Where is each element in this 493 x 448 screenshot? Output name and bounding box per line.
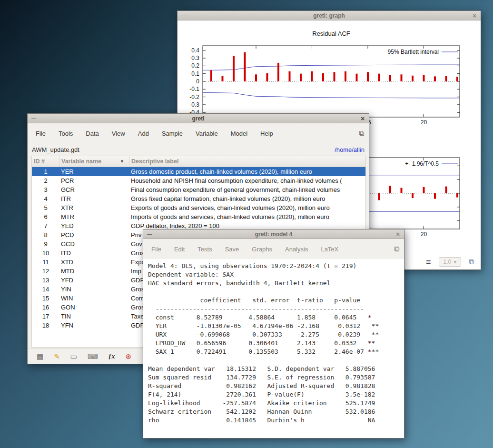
dataset-filename: AWM_update.gdt bbox=[32, 146, 79, 153]
cell-id: 10 bbox=[32, 249, 59, 257]
graph-titlebar[interactable]: — gretl: graph × bbox=[177, 11, 481, 20]
cell-label: Gross fixed capital formation, chain-lin… bbox=[129, 195, 365, 202]
minimize-icon[interactable]: — bbox=[180, 11, 187, 20]
zoom-dropdown[interactable]: 1.0 ▾ bbox=[439, 257, 462, 267]
model-output-text: Model 4: OLS, using observations 1970:2-… bbox=[143, 259, 404, 438]
table-row[interactable]: 6MTRImports of goods and services, chain… bbox=[32, 212, 365, 221]
svg-text:-0.2: -0.2 bbox=[189, 94, 199, 100]
table-row[interactable]: 2PCRHousehold and NPISH final consumptio… bbox=[32, 176, 365, 185]
windows-list-icon[interactable]: ⧉ bbox=[359, 129, 364, 138]
databases-icon[interactable]: ⊛ bbox=[126, 353, 132, 360]
close-icon[interactable]: × bbox=[394, 230, 402, 239]
minimize-icon[interactable]: — bbox=[30, 114, 38, 123]
cell-id: 15 bbox=[32, 295, 59, 302]
menu-file[interactable]: File bbox=[148, 244, 165, 255]
menu-edit[interactable]: Edit bbox=[171, 244, 188, 255]
menu-data[interactable]: Data bbox=[82, 128, 102, 139]
svg-text:Residual ACF: Residual ACF bbox=[312, 30, 350, 37]
cell-name: PCD bbox=[59, 231, 129, 239]
close-icon[interactable]: × bbox=[471, 11, 478, 20]
console-icon[interactable]: ▭ bbox=[70, 353, 77, 360]
workdir-link[interactable]: /home/allin bbox=[335, 146, 365, 153]
menu-graphs[interactable]: Graphs bbox=[248, 244, 276, 255]
menu-view[interactable]: View bbox=[108, 128, 128, 139]
menu-variable[interactable]: Variable bbox=[192, 128, 221, 139]
cell-name: YIN bbox=[59, 286, 129, 293]
cell-id: 1 bbox=[32, 168, 59, 175]
cell-name: YFN bbox=[59, 322, 129, 329]
cell-name: TIN bbox=[59, 313, 129, 320]
model-menubar: FileEditTestsSaveGraphsAnalysisLaTeX ⧉ bbox=[143, 239, 404, 259]
menu-tests[interactable]: Tests bbox=[194, 244, 215, 255]
close-icon[interactable]: × bbox=[359, 114, 366, 123]
cell-name: XTD bbox=[59, 259, 129, 266]
table-row[interactable]: 5XTRExports of goods and services, chain… bbox=[32, 203, 365, 212]
cell-name: YER bbox=[59, 168, 129, 175]
model-window: — gretl: model 4 × FileEditTestsSaveGrap… bbox=[143, 229, 404, 438]
cell-name: GCR bbox=[59, 186, 129, 193]
cell-id: 13 bbox=[32, 277, 59, 284]
graph-menu-icon[interactable]: ≡ bbox=[426, 257, 431, 267]
main-window-title: gretl bbox=[28, 115, 369, 122]
table-row[interactable]: 3GCRFinal consumption expenditure of gen… bbox=[32, 185, 365, 194]
menu-file[interactable]: File bbox=[32, 128, 49, 139]
model-window-title: gretl: model 4 bbox=[143, 231, 404, 238]
svg-text:0.4: 0.4 bbox=[191, 47, 199, 54]
cell-name: WIN bbox=[59, 295, 129, 302]
table-row[interactable]: 4ITRGross fixed capital formation, chain… bbox=[32, 194, 365, 203]
svg-text:0: 0 bbox=[196, 78, 199, 85]
model-titlebar[interactable]: — gretl: model 4 × bbox=[143, 229, 404, 239]
menu-model[interactable]: Model bbox=[227, 128, 251, 139]
cell-name: MTD bbox=[59, 268, 129, 275]
cell-id: 3 bbox=[32, 186, 59, 193]
dataset-line: AWM_update.gdt /home/allin bbox=[28, 143, 369, 156]
function-packages-icon[interactable]: ƒx bbox=[108, 353, 115, 360]
svg-text:0.1: 0.1 bbox=[191, 70, 199, 77]
windows-list-icon[interactable]: ⧉ bbox=[394, 245, 399, 253]
cell-id: 17 bbox=[32, 313, 59, 320]
session-view-icon[interactable]: ⌨ bbox=[88, 353, 98, 360]
menu-help[interactable]: Help bbox=[257, 128, 276, 139]
cell-id: 2 bbox=[32, 177, 59, 184]
cell-id: 18 bbox=[32, 322, 59, 329]
svg-text:-0.3: -0.3 bbox=[189, 101, 199, 108]
cell-label: GDP deflator, Index, 2020 = 100 bbox=[129, 222, 365, 229]
sort-desc-icon: ▼ bbox=[120, 159, 124, 164]
main-titlebar[interactable]: — gretl × bbox=[28, 114, 369, 123]
menu-latex[interactable]: LaTeX bbox=[317, 244, 342, 255]
main-menubar: FileToolsDataViewAddSampleVariableModelH… bbox=[28, 123, 369, 143]
chevron-down-icon: ▾ bbox=[454, 259, 456, 265]
cell-name: ITD bbox=[59, 249, 129, 257]
cell-id: 9 bbox=[32, 240, 59, 248]
menu-sample[interactable]: Sample bbox=[158, 128, 186, 139]
cell-name: ITR bbox=[59, 195, 129, 202]
header-variable-name[interactable]: Variable name ▼ bbox=[59, 156, 129, 167]
menu-analysis[interactable]: Analysis bbox=[282, 244, 311, 255]
cell-name: YFD bbox=[59, 277, 129, 284]
menu-tools[interactable]: Tools bbox=[55, 128, 76, 139]
table-header: ID # Variable name ▼ Descriptive label bbox=[32, 156, 365, 167]
header-variable-name-label: Variable name bbox=[61, 158, 101, 165]
header-descriptive-label[interactable]: Descriptive label bbox=[129, 156, 365, 167]
svg-text:0.2: 0.2 bbox=[191, 62, 199, 69]
cell-id: 16 bbox=[32, 304, 59, 311]
cell-id: 11 bbox=[32, 259, 59, 266]
cell-id: 5 bbox=[32, 204, 59, 211]
table-row[interactable]: 1YERGross domestic product, chain-linked… bbox=[32, 167, 365, 176]
cell-label: Household and NPISH final consumption ex… bbox=[129, 177, 365, 184]
header-id[interactable]: ID # bbox=[32, 156, 59, 167]
cell-label: Final consumption expenditure of general… bbox=[129, 186, 365, 193]
menu-save[interactable]: Save bbox=[222, 244, 243, 255]
cell-id: 12 bbox=[32, 268, 59, 275]
svg-text:20: 20 bbox=[421, 231, 427, 238]
svg-text:20: 20 bbox=[421, 119, 427, 126]
calculator-icon[interactable]: ▦ bbox=[37, 353, 43, 360]
cell-name: XTR bbox=[59, 204, 129, 211]
cell-id: 8 bbox=[32, 231, 59, 239]
minimize-icon[interactable]: — bbox=[146, 230, 153, 239]
print-icon[interactable]: ⧉ bbox=[469, 258, 474, 266]
zoom-value: 1.0 bbox=[444, 259, 452, 265]
new-script-icon[interactable]: ✎ bbox=[54, 353, 60, 360]
cell-name: GON bbox=[59, 304, 129, 311]
menu-add[interactable]: Add bbox=[135, 128, 152, 139]
